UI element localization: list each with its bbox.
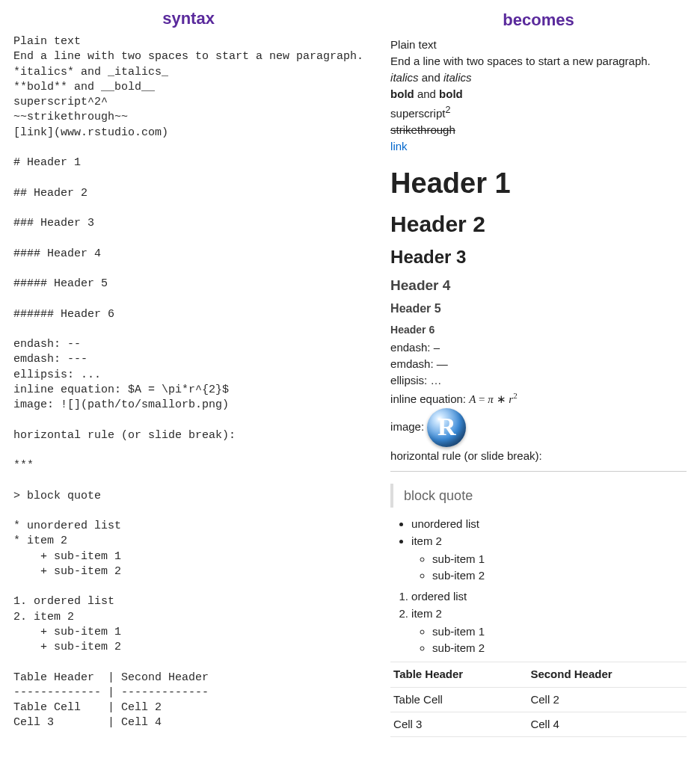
bold-line: bold and bold — [390, 87, 687, 102]
list-item: sub-item 1 — [432, 624, 687, 639]
list-item: sub-item 2 — [432, 641, 687, 656]
plain-text-line1: Plain text — [390, 37, 687, 52]
list-item: sub-item 2 — [432, 568, 687, 583]
emdash-line: emdash: — — [390, 357, 687, 372]
r-logo-icon: R — [427, 408, 466, 447]
rendered-link[interactable]: link — [390, 140, 408, 153]
horizontal-rule-label: horizontal rule (or slide break): — [390, 449, 687, 463]
block-quote: block quote — [390, 484, 687, 508]
superscript-value: 2 — [445, 105, 450, 115]
rendered-title: becomes — [390, 9, 687, 31]
unordered-sublist: sub-item 1 sub-item 2 — [411, 552, 687, 584]
horizontal-rule — [390, 471, 687, 472]
strikethrough-line: strikethrough — [390, 123, 687, 138]
bold-word-2: bold — [439, 87, 463, 100]
table-header-row: Table Header Second Header — [390, 662, 687, 687]
table-cell: Table Cell — [390, 687, 527, 712]
header-2: Header 2 — [390, 209, 687, 240]
endash-line: endash: – — [390, 340, 687, 355]
table-header: Table Header — [390, 662, 527, 687]
table-row: Table Cell Cell 2 — [390, 687, 687, 712]
list-item: item 2 sub-item 1 sub-item 2 — [411, 606, 687, 656]
header-1: Header 1 — [390, 164, 687, 203]
inline-equation-line: inline equation: A = π ∗ r2 — [390, 390, 687, 407]
link-line: link — [390, 139, 687, 154]
header-5: Header 5 — [390, 301, 687, 317]
bold-word-1: bold — [390, 87, 414, 100]
unordered-list: unordered list item 2 sub-item 1 sub-ite… — [390, 517, 687, 583]
superscript-line: superscript2 — [390, 104, 687, 121]
header-6: Header 6 — [390, 323, 687, 337]
table-cell: Cell 3 — [390, 712, 527, 736]
italics-word-1: italics — [390, 71, 419, 84]
header-4: Header 4 — [390, 276, 687, 295]
table-cell: Cell 4 — [527, 712, 687, 736]
list-item: unordered list — [411, 517, 687, 532]
syntax-code-block: Plain text End a line with two spaces to… — [13, 34, 363, 731]
list-item: ordered list — [411, 589, 687, 604]
ellipsis-line: ellipsis: … — [390, 373, 687, 388]
header-3: Header 3 — [390, 245, 687, 269]
plain-text-line2: End a line with two spaces to start a ne… — [390, 54, 687, 69]
syntax-title: syntax — [13, 9, 363, 28]
table-header: Second Header — [527, 662, 687, 687]
ordered-list: ordered list item 2 sub-item 1 sub-item … — [390, 589, 687, 656]
syntax-column: syntax Plain text End a line with two sp… — [0, 0, 377, 767]
equation: A = π ∗ r2 — [469, 393, 518, 405]
table-row: Cell 3 Cell 4 — [390, 712, 687, 736]
rendered-column: becomes Plain text End a line with two s… — [377, 0, 700, 767]
italics-line: italics and italics — [390, 70, 687, 85]
ordered-sublist: sub-item 1 sub-item 2 — [411, 624, 687, 656]
list-item: item 2 sub-item 1 sub-item 2 — [411, 534, 687, 584]
list-item: sub-item 1 — [432, 552, 687, 567]
rendered-table: Table Header Second Header Table Cell Ce… — [390, 662, 687, 737]
italics-word-2: italics — [443, 71, 472, 84]
image-line: image: R — [390, 408, 687, 447]
table-cell: Cell 2 — [527, 687, 687, 712]
